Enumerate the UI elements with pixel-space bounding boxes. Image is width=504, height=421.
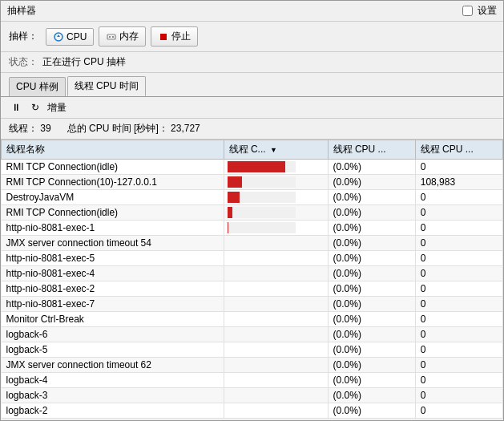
cell-cpu-pct: (0.0%) (328, 297, 415, 312)
table-row[interactable]: logback-6(0.0%)0 (2, 327, 503, 342)
cell-cpu-pct: (0.0%) (328, 327, 415, 342)
cell-thread-name: logback-3 (2, 388, 224, 403)
cell-thread-name: http-nio-8081-exec-2 (2, 281, 224, 297)
sort-arrow-icon: ▼ (270, 146, 277, 154)
cell-thread-name: RMI TCP Connection(idle) (2, 160, 224, 175)
table-row[interactable]: http-nio-8081-exec-7(0.0%)0 (2, 297, 503, 312)
cell-bar (224, 190, 328, 205)
table-row[interactable]: logback-2(0.0%)0 (2, 403, 503, 419)
cell-bar (224, 312, 328, 327)
toolbar: 抽样： CPU 内存 停止 (1, 22, 503, 52)
sample-label: 抽样： (9, 30, 38, 43)
table-header-row: 线程名称 线程 C... ▼ 线程 CPU ... 线程 CPU ... (2, 140, 503, 160)
cell-cpu-val: 0 (415, 160, 502, 175)
col-header-name: 线程名称 (2, 140, 224, 160)
settings-checkbox[interactable] (462, 6, 473, 16)
col-header-cpu-val: 线程 CPU ... (415, 140, 502, 160)
cpu-button[interactable]: CPU (46, 28, 94, 46)
cell-thread-name: Monitor Ctrl-Break (2, 312, 224, 327)
thread-table-container[interactable]: 线程名称 线程 C... ▼ 线程 CPU ... 线程 CPU ... RMI… (1, 140, 503, 420)
svg-rect-1 (107, 34, 115, 39)
table-row[interactable]: DestroyJavaVM(0.0%)0 (2, 190, 503, 205)
cell-thread-name: DestroyJavaVM (2, 190, 224, 205)
cell-bar (224, 160, 328, 175)
cell-cpu-pct: (0.0%) (328, 403, 415, 419)
cell-bar (224, 297, 328, 312)
table-row[interactable]: JMX server connection timeout 54(0.0%)0 (2, 236, 503, 251)
cell-cpu-val: 0 (415, 358, 502, 373)
cell-cpu-val: 0 (415, 373, 502, 388)
cell-cpu-pct: (0.0%) (328, 221, 415, 236)
status-value: 正在进行 CPU 抽样 (42, 55, 126, 69)
cell-cpu-pct: (0.0%) (328, 281, 415, 297)
status-row: 状态： 正在进行 CPU 抽样 (1, 52, 503, 73)
cell-bar (224, 358, 328, 373)
cell-bar (224, 281, 328, 297)
window-title: 抽样器 (7, 4, 36, 18)
stop-icon (158, 31, 169, 43)
cell-cpu-pct: (0.0%) (328, 190, 415, 205)
cell-cpu-val: 0 (415, 388, 502, 403)
table-row[interactable]: logback-5(0.0%)0 (2, 342, 503, 358)
table-row[interactable]: http-nio-8081-exec-2(0.0%)0 (2, 281, 503, 297)
cell-cpu-pct: (0.0%) (328, 388, 415, 403)
action-row: ⏸ ↻ 增量 (1, 97, 503, 119)
svg-rect-3 (112, 36, 114, 38)
cell-cpu-val: 0 (415, 312, 502, 327)
memory-btn-label: 内存 (119, 30, 139, 43)
cell-bar (224, 175, 328, 190)
stop-button[interactable]: 停止 (151, 26, 198, 47)
cell-cpu-pct: (0.0%) (328, 236, 415, 251)
cell-bar (224, 342, 328, 358)
summary-row: 线程： 39 总的 CPU 时间 [秒钟]： 23,727 (1, 119, 503, 140)
cell-cpu-pct: (0.0%) (328, 160, 415, 175)
add-label: 增量 (47, 101, 67, 115)
cell-bar (224, 388, 328, 403)
cell-thread-name: JMX server connection timeout 54 (2, 236, 224, 251)
cell-bar (224, 236, 328, 251)
cell-cpu-val: 0 (415, 221, 502, 236)
table-row[interactable]: http-nio-8081-exec-5(0.0%)0 (2, 251, 503, 266)
cell-cpu-val: 0 (415, 403, 502, 419)
cell-thread-name: logback-2 (2, 403, 224, 419)
pause-button[interactable]: ⏸ (9, 100, 23, 115)
table-row[interactable]: JMX server connection timeout 62(0.0%)0 (2, 358, 503, 373)
cell-thread-name: logback-4 (2, 373, 224, 388)
cell-thread-name: http-nio-8081-exec-1 (2, 221, 224, 236)
cell-thread-name: RMI TCP Connection(10)-127.0.0.1 (2, 175, 224, 190)
cell-thread-name: http-nio-8081-exec-4 (2, 266, 224, 281)
cell-cpu-val: 0 (415, 281, 502, 297)
main-window: 抽样器 设置 抽样： CPU 内存 停止 状态： 正在进 (0, 0, 504, 421)
cell-cpu-pct: (0.0%) (328, 373, 415, 388)
thread-count-label: 线程： 39 (9, 122, 51, 136)
cpu-icon (53, 31, 64, 43)
tab-cpu-sample[interactable]: CPU 样例 (9, 77, 66, 96)
table-row[interactable]: logback-4(0.0%)0 (2, 373, 503, 388)
cell-bar (224, 266, 328, 281)
cell-cpu-val: 108,983 (415, 175, 502, 190)
table-row[interactable]: Monitor Ctrl-Break(0.0%)0 (2, 312, 503, 327)
table-row[interactable]: http-nio-8081-exec-1(0.0%)0 (2, 221, 503, 236)
memory-button[interactable]: 内存 (99, 26, 146, 47)
stop-btn-label: 停止 (171, 30, 191, 43)
cell-cpu-pct: (0.0%) (328, 342, 415, 358)
table-body: RMI TCP Connection(idle)(0.0%)0RMI TCP C… (2, 160, 503, 419)
status-label: 状态： (9, 55, 38, 69)
tabs-row: CPU 样例 线程 CPU 时间 (1, 73, 503, 97)
table-row[interactable]: RMI TCP Connection(idle)(0.0%)0 (2, 160, 503, 175)
cell-cpu-val: 0 (415, 266, 502, 281)
table-row[interactable]: logback-3(0.0%)0 (2, 388, 503, 403)
cell-cpu-pct: (0.0%) (328, 175, 415, 190)
cell-cpu-val: 0 (415, 327, 502, 342)
table-row[interactable]: RMI TCP Connection(idle)(0.0%)0 (2, 205, 503, 221)
col-header-bar[interactable]: 线程 C... ▼ (224, 140, 328, 160)
cell-bar (224, 327, 328, 342)
cpu-btn-label: CPU (67, 31, 87, 43)
cell-cpu-val: 0 (415, 297, 502, 312)
table-row[interactable]: http-nio-8081-exec-4(0.0%)0 (2, 266, 503, 281)
refresh-button[interactable]: ↻ (28, 100, 42, 115)
cell-bar (224, 205, 328, 221)
table-row[interactable]: RMI TCP Connection(10)-127.0.0.1(0.0%)10… (2, 175, 503, 190)
tab-thread-cpu-time[interactable]: 线程 CPU 时间 (67, 76, 146, 96)
cell-cpu-val: 0 (415, 205, 502, 221)
